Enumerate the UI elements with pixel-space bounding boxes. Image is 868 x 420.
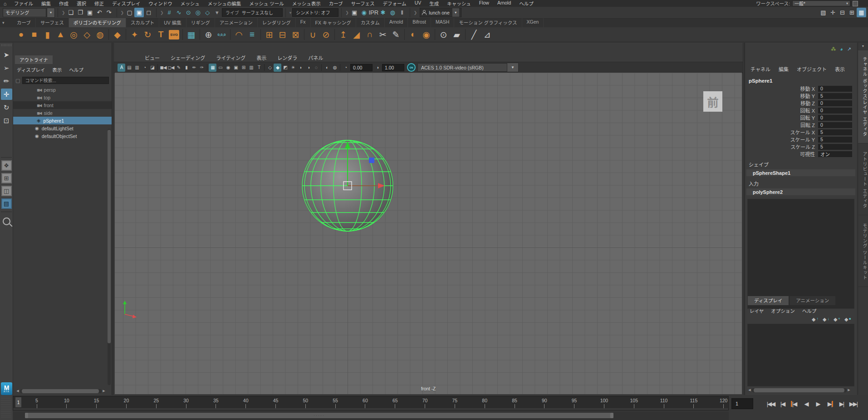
user-account-select[interactable]: lunch one ▾ xyxy=(420,8,461,17)
channel-label[interactable]: 移動 Z xyxy=(800,99,815,107)
menu-item[interactable]: 編集 xyxy=(37,0,55,7)
color-management-toggle[interactable]: ON xyxy=(407,63,416,72)
move-tool[interactable]: ✛ xyxy=(1,89,12,100)
channel-value-field[interactable]: 0 xyxy=(818,100,852,106)
outliner-item-front[interactable]: ◼◀ front xyxy=(13,101,112,109)
resolution-gate-icon[interactable]: ◉ xyxy=(224,64,232,72)
menu-item[interactable]: キャッシュ xyxy=(443,0,475,7)
range-slider[interactable]: ····· xyxy=(13,411,729,420)
outliner-menu-item[interactable]: ディスプレイ xyxy=(17,66,45,73)
channelbox-menu-item[interactable]: 表示 xyxy=(835,65,845,73)
multi-cut[interactable]: ✂ xyxy=(376,28,389,41)
poly-torus[interactable]: ◎ xyxy=(67,28,80,41)
layer-list-area[interactable] xyxy=(747,324,854,386)
render-frame-icon[interactable]: ◉ xyxy=(359,8,369,17)
outliner-menu-item[interactable]: ヘルプ xyxy=(69,66,83,73)
range-slider-bar[interactable]: ····· xyxy=(25,413,613,418)
uv-grid-tool[interactable]: ▦ xyxy=(185,28,198,41)
redo-icon[interactable]: ↷ xyxy=(104,8,114,17)
type-tool[interactable]: T xyxy=(154,28,167,41)
safe-title-icon[interactable]: T xyxy=(255,64,263,72)
scroll-left-icon[interactable]: ◀ xyxy=(747,388,752,392)
shelf-tab[interactable]: サーフェス xyxy=(36,18,69,27)
ao-icon[interactable]: ◑ xyxy=(304,64,312,72)
channel-label[interactable]: 移動 Y xyxy=(800,92,815,99)
shelf-tab[interactable]: レンダリング xyxy=(258,18,296,27)
gamma-icon[interactable]: ◑ xyxy=(373,64,381,72)
lasso-select-tool[interactable]: ➢ xyxy=(1,62,12,74)
snap-center-icon[interactable]: ◎ xyxy=(193,8,203,17)
outliner-item-defaultobjectset[interactable]: ◉ defaultObjectSet xyxy=(13,132,112,140)
shelf-tab[interactable]: リギング xyxy=(186,18,215,27)
shelf-tab[interactable]: カーブ xyxy=(12,18,36,27)
snap-viewplane-icon[interactable]: ◇ xyxy=(203,8,212,17)
measure-tool[interactable]: ⊿ xyxy=(481,28,494,41)
outliner-horizontal-scrollbar[interactable]: ◀ ▶ xyxy=(15,389,106,393)
layer-editor-tab[interactable]: ディスプレイ xyxy=(748,296,789,305)
safe-action-icon[interactable]: ▥ xyxy=(247,64,255,72)
use-all-lights-icon[interactable]: ☀ xyxy=(289,64,297,72)
select-tool[interactable]: ➤ xyxy=(1,49,12,60)
colorspace-select[interactable]: ACES 1.0 SDR-video (sRGB) xyxy=(417,63,507,72)
isolate-select-icon[interactable]: ◍ xyxy=(331,64,338,72)
channel-label[interactable]: 回転 Z xyxy=(800,121,815,128)
camera-select-icon[interactable]: ▤ xyxy=(125,64,133,72)
wireframe-mode-icon[interactable]: ◇ xyxy=(266,64,274,72)
exposure-field[interactable]: 0.00 xyxy=(350,64,373,71)
sidebar-vertical-tab[interactable]: モデリング ツールキット xyxy=(858,217,868,287)
channelbox-node-name[interactable]: pSphere1 xyxy=(745,73,857,85)
menu-item[interactable]: Arnold xyxy=(493,0,515,7)
pan-zoom-icon[interactable]: ◔ xyxy=(141,64,148,72)
grease-pencil-icon[interactable]: ✎ xyxy=(175,64,182,72)
home-icon[interactable]: ⌂ xyxy=(0,1,10,6)
snap-grid-icon[interactable]: # xyxy=(165,8,174,17)
separate[interactable]: ⊘ xyxy=(319,28,333,41)
current-frame-field[interactable]: 1 xyxy=(731,398,753,409)
outliner-item-psphere1[interactable]: ◈ pSphere1 xyxy=(13,117,112,124)
boolean-difference[interactable]: ⊟ xyxy=(276,28,289,41)
make-arc[interactable]: ◠ xyxy=(232,28,245,41)
extrude[interactable]: ↥ xyxy=(337,28,350,41)
super-ellipse[interactable]: ✦ xyxy=(128,28,141,41)
pause-icon[interactable]: ‖ xyxy=(397,8,407,17)
bookmark-icon[interactable]: ◪ xyxy=(148,64,156,72)
zoom-tool-icon[interactable] xyxy=(3,217,10,225)
menu-item[interactable]: サーフェス xyxy=(347,0,379,7)
viewport-menu-item[interactable]: レンダラ xyxy=(277,54,297,61)
time-slider[interactable]: 1 5 10 15 20 25 xyxy=(13,396,729,410)
menu-item[interactable]: メッシュ ツール xyxy=(245,0,288,7)
menu-set-arrow-icon[interactable]: ▾ xyxy=(47,8,55,18)
anim-speed-icon[interactable]: ◕ xyxy=(840,46,843,52)
platonic-solid[interactable]: ◆ xyxy=(111,28,124,41)
menu-item[interactable]: 修正 xyxy=(90,0,108,7)
step-back-frame-button[interactable]: |◀ xyxy=(777,397,788,410)
paint-effects-icon[interactable]: ◍ xyxy=(388,8,397,17)
boolean-union[interactable]: ⊞ xyxy=(263,28,276,41)
field-chart-icon[interactable]: ⊞ xyxy=(240,64,247,72)
snap-ui-icon[interactable]: ⊞ xyxy=(847,8,857,17)
shelf-tab[interactable]: UV 編集 xyxy=(159,18,186,27)
single-pane-layout[interactable]: ❖ xyxy=(1,160,12,171)
channel-label[interactable]: 可視性 xyxy=(800,150,815,158)
step-forward-key-button[interactable]: ▶| xyxy=(824,397,835,410)
textured-mode-icon[interactable]: ◩ xyxy=(281,64,289,72)
boolean-intersect[interactable]: ⊠ xyxy=(289,28,302,41)
brush-icon[interactable]: ✏ xyxy=(190,64,198,72)
workspace-select[interactable]: 一般* xyxy=(792,0,850,6)
poly-disc[interactable]: ◍ xyxy=(93,28,107,41)
channel-value-field[interactable]: 0 xyxy=(818,122,852,128)
shelf-tab[interactable]: MASH xyxy=(431,18,454,27)
step-back-key-button[interactable]: |◀ xyxy=(789,397,800,410)
shape-node-row[interactable]: pSphereShape1 xyxy=(746,169,855,176)
shadows-icon[interactable]: ◗ xyxy=(297,64,304,72)
colorspace-arrow-icon[interactable]: ▼ xyxy=(507,63,519,72)
bevel[interactable]: ◢ xyxy=(350,28,363,41)
motion-blur-icon[interactable]: ◌ xyxy=(312,64,320,72)
camera-attrs-icon[interactable]: ◻◀ xyxy=(167,64,175,72)
gamma-field[interactable]: 1.00 xyxy=(382,64,404,71)
select-component-icon[interactable]: ◻ xyxy=(144,8,153,17)
gate-mask-icon[interactable]: ▣ xyxy=(232,64,240,72)
menu-item[interactable]: メッシュ xyxy=(177,0,204,7)
menu-item[interactable]: 作成 xyxy=(55,0,73,7)
layout-ui-icon[interactable]: ⊟ xyxy=(838,8,847,17)
